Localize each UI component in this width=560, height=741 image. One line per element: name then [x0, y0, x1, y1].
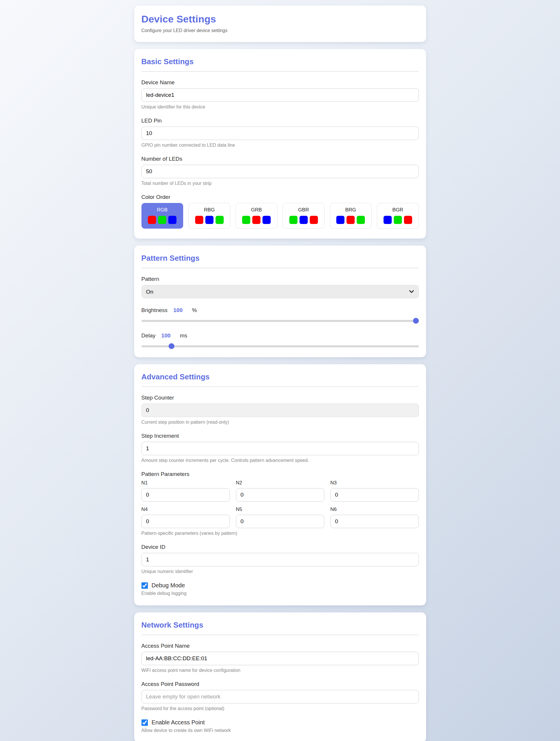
- param-n3-label: N3: [330, 480, 419, 486]
- param-n1-input[interactable]: [141, 488, 230, 501]
- enable-ap-help: Allow device to create its own WiFi netw…: [141, 728, 419, 733]
- ap-password-field: Access Point Password Password for the a…: [141, 681, 419, 711]
- pattern-select[interactable]: On: [141, 285, 419, 298]
- debug-mode-help: Enable debug logging: [141, 591, 419, 596]
- delay-value: 100: [161, 332, 171, 339]
- param-n5-input[interactable]: [236, 515, 324, 528]
- param-n6-input[interactable]: [330, 515, 419, 528]
- pattern-select-wrap: On: [141, 285, 419, 298]
- section-divider: [141, 268, 419, 268]
- green-swatch: [158, 216, 166, 224]
- ap-name-input[interactable]: [141, 652, 419, 665]
- color-order-option-label: GRB: [236, 207, 277, 213]
- param-n2-input[interactable]: [236, 488, 324, 501]
- color-order-option-gbr[interactable]: GBR: [283, 203, 325, 228]
- enable-ap-row: Enable Access Point: [141, 719, 419, 726]
- color-order-row: RGB RBG GRB: [141, 203, 419, 228]
- color-order-label: Color Order: [141, 194, 419, 200]
- device-id-label: Device ID: [141, 544, 419, 550]
- color-swatches: [330, 216, 372, 224]
- ap-password-input[interactable]: [141, 690, 419, 703]
- pattern-settings-heading: Pattern Settings: [141, 254, 419, 263]
- param-n3-input[interactable]: [330, 488, 419, 501]
- num-leds-label: Number of LEDs: [141, 156, 419, 162]
- debug-mode-checkbox[interactable]: [141, 582, 148, 589]
- enable-ap-checkbox[interactable]: [141, 720, 148, 726]
- led-pin-input[interactable]: [141, 127, 419, 140]
- debug-mode-row: Debug Mode: [141, 582, 419, 589]
- pattern-settings-card: Pattern Settings Pattern On Brightness 1…: [134, 246, 426, 357]
- delay-slider[interactable]: [141, 343, 419, 349]
- num-leds-field: Number of LEDs Total number of LEDs in y…: [141, 156, 419, 186]
- color-order-option-label: BRG: [330, 207, 372, 213]
- blue-swatch: [205, 216, 213, 224]
- param-n1: N1: [141, 480, 230, 501]
- red-swatch: [347, 216, 355, 224]
- brightness-slider[interactable]: [141, 318, 419, 324]
- enable-ap-field: Enable Access Point Allow device to crea…: [141, 719, 419, 733]
- step-increment-label: Step Increment: [141, 433, 419, 439]
- led-pin-field: LED Pin GPIO pin number connected to LED…: [141, 118, 419, 148]
- color-order-option-rgb[interactable]: RGB: [141, 203, 183, 228]
- device-settings-page: Device Settings Configure your LED drive…: [134, 0, 426, 741]
- led-pin-label: LED Pin: [141, 118, 419, 124]
- step-increment-field: Step Increment Amount step counter incre…: [141, 433, 419, 463]
- step-increment-input[interactable]: [141, 442, 419, 455]
- step-counter-help: Current step position in pattern (read-o…: [141, 420, 419, 425]
- param-n5-label: N5: [236, 507, 324, 513]
- green-swatch: [357, 216, 365, 224]
- delay-group: Delay 100 ms: [141, 332, 419, 349]
- param-n4-input[interactable]: [141, 515, 230, 528]
- ap-name-label: Access Point Name: [141, 643, 419, 649]
- delay-unit: ms: [180, 332, 187, 339]
- device-id-input[interactable]: [141, 553, 419, 566]
- red-swatch: [148, 216, 156, 224]
- pattern-parameters-help: Pattern-specific parameters (varies by p…: [141, 531, 419, 536]
- page-subtitle: Configure your LED driver device setting…: [141, 28, 419, 33]
- advanced-settings-card: Advanced Settings Step Counter Current s…: [134, 364, 426, 605]
- color-swatches: [283, 216, 324, 224]
- blue-swatch: [168, 216, 177, 224]
- led-pin-help: GPIO pin number connected to LED data li…: [141, 143, 419, 148]
- blue-swatch: [336, 216, 345, 224]
- color-order-option-label: BGR: [377, 207, 419, 213]
- color-order-option-grb[interactable]: GRB: [236, 203, 278, 228]
- ap-name-help: WiFi access point name for device config…: [141, 668, 419, 673]
- param-n1-label: N1: [141, 480, 230, 486]
- green-swatch: [394, 216, 402, 224]
- color-order-option-brg[interactable]: BRG: [330, 203, 372, 228]
- debug-mode-field: Debug Mode Enable debug logging: [141, 582, 419, 596]
- page-title: Device Settings: [141, 13, 419, 25]
- param-n4: N4: [141, 507, 230, 528]
- ap-password-label: Access Point Password: [141, 681, 419, 687]
- header-card: Device Settings Configure your LED drive…: [134, 6, 426, 42]
- device-id-field: Device ID Unique numeric identifier: [141, 544, 419, 574]
- basic-settings-heading: Basic Settings: [141, 57, 419, 66]
- blue-swatch: [383, 216, 392, 224]
- step-counter-input: [141, 404, 419, 417]
- device-name-input[interactable]: [141, 88, 419, 102]
- param-n4-label: N4: [141, 507, 230, 513]
- num-leds-input[interactable]: [141, 165, 419, 178]
- num-leds-help: Total number of LEDs in your strip: [141, 181, 419, 186]
- color-order-option-bgr[interactable]: BGR: [377, 203, 419, 228]
- color-order-option-rbg[interactable]: RBG: [188, 203, 231, 228]
- pattern-label: Pattern: [141, 276, 419, 282]
- param-n6-label: N6: [330, 507, 419, 513]
- pattern-parameters-grid: N1 N2 N3 N4 N5: [141, 480, 419, 528]
- color-swatches: [377, 216, 419, 224]
- pattern-parameters-field: Pattern Parameters N1 N2 N3 N4: [141, 471, 419, 536]
- basic-settings-card: Basic Settings Device Name Unique identi…: [134, 49, 426, 239]
- advanced-settings-heading: Advanced Settings: [141, 373, 419, 382]
- network-settings-card: Network Settings Access Point Name WiFi …: [134, 612, 426, 741]
- brightness-label: Brightness: [141, 307, 168, 314]
- color-swatches: [142, 216, 183, 224]
- pattern-parameters-label: Pattern Parameters: [141, 471, 419, 477]
- section-divider: [141, 71, 419, 72]
- section-divider: [141, 634, 419, 635]
- section-divider: [141, 386, 419, 387]
- ap-name-field: Access Point Name WiFi access point name…: [141, 643, 419, 673]
- brightness-value: 100: [173, 307, 183, 314]
- brightness-unit: %: [192, 307, 197, 314]
- blue-swatch: [300, 216, 308, 224]
